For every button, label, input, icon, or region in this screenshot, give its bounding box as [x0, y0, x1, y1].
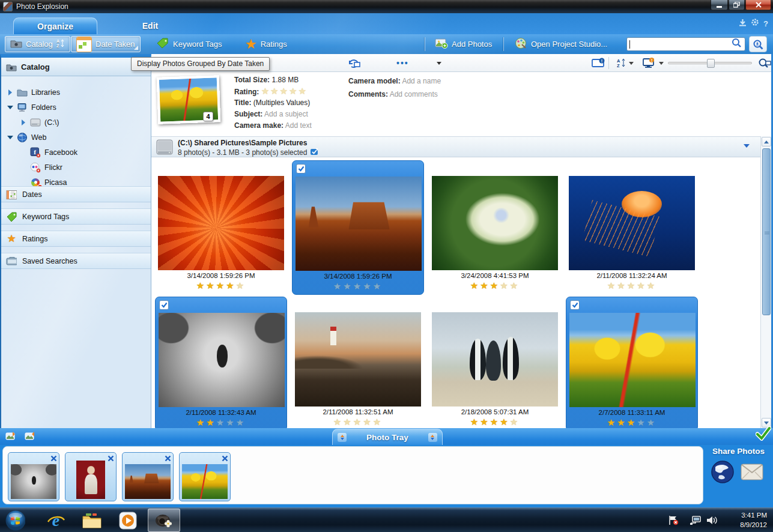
remove-tray-item-icon[interactable] [50, 453, 57, 464]
keyword-tags-button[interactable]: Keyword Tags [151, 36, 226, 52]
star-empty-icon[interactable]: ★ [353, 281, 363, 291]
sidebar-item-libraries[interactable]: Libraries [1, 85, 151, 100]
sort-dropdown-icon[interactable] [629, 62, 634, 65]
star-empty-icon[interactable]: ★ [607, 280, 617, 291]
collapsed-expander-icon[interactable] [20, 119, 26, 125]
star-empty-icon[interactable]: ★ [637, 280, 646, 291]
star-empty-icon[interactable]: ★ [647, 417, 656, 428]
more-dropdown-icon[interactable] [437, 62, 441, 65]
star-filled-icon[interactable]: ★ [196, 280, 206, 291]
photo-card-lighthouse[interactable]: 2/11/2008 11:32:51 AM★★★★★ [292, 297, 424, 431]
photo-thumbnail-hydrangea[interactable] [432, 176, 558, 270]
star-empty-icon[interactable]: ★ [363, 417, 372, 427]
share-email-icon[interactable] [741, 464, 763, 483]
sidebar-section-dates[interactable]: Dates [1, 186, 151, 202]
star-filled-icon[interactable]: ★ [470, 417, 480, 427]
slideshow-icon[interactable]: ! [643, 58, 657, 71]
photo-card-koala[interactable]: 2/11/2008 11:32:43 AM★★★★★ [155, 297, 287, 431]
photo-rating-stars[interactable]: ★★★★★ [293, 282, 423, 291]
volume-icon[interactable] [706, 515, 717, 528]
star-filled-icon[interactable]: ★ [196, 417, 206, 428]
photo-thumbnail-lighthouse[interactable] [295, 312, 421, 407]
photo-thumbnail-monument[interactable] [296, 177, 422, 271]
photo-card-dahlia[interactable]: 3/14/2008 1:59:26 PM★★★★★ [155, 160, 287, 295]
star-filled-icon[interactable]: ★ [480, 417, 490, 427]
photo-card-monument[interactable]: 3/14/2008 1:59:26 PM★★★★★ [292, 160, 424, 295]
star-empty-icon[interactable]: ★ [333, 417, 343, 427]
star-empty-icon[interactable]: ★ [510, 417, 520, 427]
help-icon[interactable]: ? [763, 19, 768, 28]
settings-gear-icon[interactable] [751, 18, 759, 29]
close-button[interactable] [745, 0, 771, 10]
remove-tray-item-icon[interactable] [108, 453, 114, 464]
zoom-slider[interactable] [668, 62, 752, 64]
sidebar-item-folders[interactable]: Folders [1, 100, 151, 115]
tray-item-monument[interactable] [122, 452, 174, 501]
photo-card-penguins[interactable]: 2/18/2008 5:07:31 AM★★★★★ [429, 297, 561, 431]
star-filled-icon[interactable]: ★ [480, 280, 490, 291]
photo-card-tulips[interactable]: 2/7/2008 11:33:11 AM★★★★★ [566, 297, 698, 431]
zoom-photo-icon[interactable] [758, 58, 771, 71]
expanded-expander-icon[interactable] [7, 104, 13, 110]
star-empty-icon[interactable]: ★ [617, 280, 626, 291]
star-empty-icon[interactable]: ★ [226, 417, 235, 428]
photo-thumbnail-penguins[interactable] [432, 312, 558, 407]
expanded-expander-icon[interactable] [7, 135, 13, 141]
tray-collapse-icon[interactable] [338, 433, 347, 442]
add-to-tray-icon[interactable] [5, 431, 16, 443]
open-project-studio-button[interactable]: Open Project Studio... [509, 36, 612, 52]
zoom-slider-thumb[interactable] [707, 59, 715, 68]
title-field[interactable]: Title: (Multiples Values) [234, 98, 310, 107]
taskbar-photo-explosion-button[interactable] [148, 509, 180, 532]
camera-model-field[interactable]: Camera model: Add a name [348, 77, 441, 85]
star-filled-icon[interactable]: ★ [627, 417, 637, 428]
star-empty-icon[interactable]: ★ [236, 280, 246, 291]
sidebar-item-facebook[interactable]: fFacebook [1, 145, 151, 160]
sidebar-item-flickr[interactable]: Flickr [1, 160, 151, 175]
restore-button[interactable] [729, 0, 745, 10]
photo-rating-stars[interactable]: ★★★★★ [429, 281, 561, 290]
photo-thumbnail-jellyfish[interactable] [569, 176, 695, 270]
star-filled-icon[interactable]: ★ [216, 280, 226, 291]
photo-tray-tab[interactable]: Photo Tray [332, 429, 443, 445]
start-button[interactable] [5, 510, 25, 531]
star-empty-icon[interactable]: ★ [343, 281, 353, 291]
file-explorer-icon[interactable] [82, 510, 102, 531]
photo-thumbnail-koala[interactable] [159, 313, 285, 407]
rotate-right-icon[interactable] [347, 58, 361, 71]
sidebar-section-keyword-tags[interactable]: Keyword Tags [1, 208, 151, 225]
search-box[interactable] [626, 37, 745, 51]
search-input[interactable] [630, 38, 732, 50]
download-icon[interactable] [739, 18, 747, 29]
media-player-icon[interactable] [118, 510, 138, 531]
selected-check-icon[interactable] [310, 148, 319, 157]
tray-confirm-check-icon[interactable] [756, 426, 771, 443]
star-filled-icon[interactable]: ★ [490, 417, 500, 427]
photo-thumbnail-dahlia[interactable] [158, 176, 284, 270]
photo-rating-stars[interactable]: ★★★★★ [156, 418, 286, 427]
star-filled-icon[interactable]: ★ [470, 280, 480, 291]
star-empty-icon[interactable]: ★ [333, 281, 343, 291]
star-empty-icon[interactable]: ★ [373, 417, 383, 427]
comments-field[interactable]: Comments: Add comments [348, 90, 438, 98]
tray-item-koala[interactable] [8, 452, 59, 501]
sidebar-section-ratings[interactable]: ★Ratings [1, 231, 151, 247]
tray-item-tulips[interactable] [179, 452, 231, 501]
star-empty-icon[interactable]: ★ [373, 281, 383, 291]
taskbar-clock[interactable]: 3:41 PM 8/9/2012 [740, 510, 767, 530]
star-filled-icon[interactable]: ★ [490, 280, 500, 291]
share-web-globe-icon[interactable] [711, 460, 735, 486]
remove-tray-item-icon[interactable] [222, 453, 228, 464]
star-empty-icon[interactable]: ★ [236, 417, 246, 428]
star-empty-icon[interactable]: ★ [353, 417, 363, 427]
star-empty-icon[interactable]: ★ [363, 281, 372, 291]
sidebar-item-c[interactable]: (C:\) [1, 115, 151, 130]
photo-selected-checkbox[interactable] [296, 164, 306, 174]
catalog-button[interactable]: Catalog AZ [5, 36, 70, 52]
sidebar-item-web[interactable]: Web [1, 130, 151, 145]
photo-rating-stars[interactable]: ★★★★★ [566, 281, 698, 290]
rating-field[interactable]: Rating: ★★★★★ [234, 86, 308, 97]
star-empty-icon[interactable]: ★ [510, 280, 520, 291]
photo-thumbnail-tulips[interactable] [569, 313, 696, 407]
star-empty-icon[interactable]: ★ [500, 280, 509, 291]
